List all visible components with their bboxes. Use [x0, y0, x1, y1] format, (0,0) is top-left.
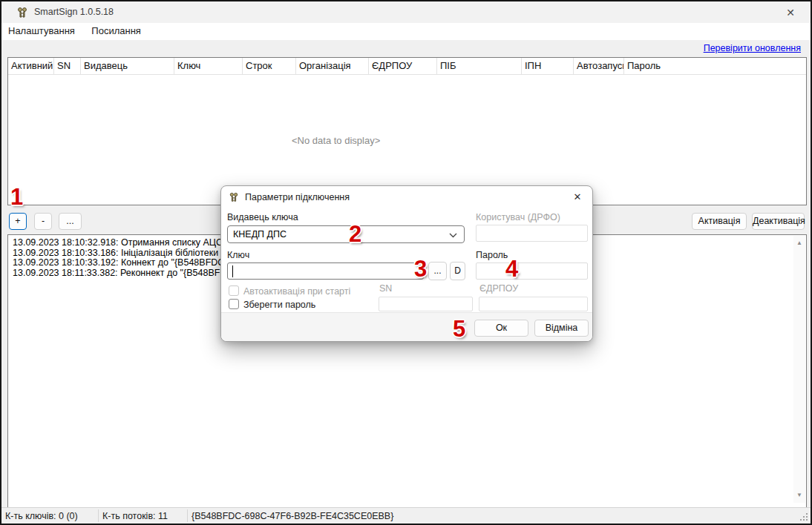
key-label: Ключ — [227, 250, 249, 260]
device-button[interactable]: D — [450, 262, 465, 280]
cancel-button[interactable]: Відміна — [534, 320, 589, 337]
log-scrollbar[interactable]: ▲ ▼ — [793, 236, 805, 503]
dialog-footer: Ок Відміна — [221, 312, 592, 341]
keys-grid: Активний SN Видавець Ключ Строк Організа… — [7, 57, 807, 205]
grid-column-active[interactable]: Активний — [8, 58, 54, 74]
check-updates-link[interactable]: Перевірити оновлення — [704, 43, 801, 53]
annotation-mark-3: 3 — [414, 256, 427, 283]
activate-button[interactable]: Активація — [692, 213, 747, 230]
deactivate-button[interactable]: Деактивація — [752, 213, 805, 230]
annotation-mark-5: 5 — [453, 316, 465, 343]
autostart-checkbox — [229, 285, 239, 296]
ok-button[interactable]: Ок — [474, 320, 528, 337]
grid-empty-text: <No data to display> — [292, 135, 380, 146]
edrpou-label: ЄДРПОУ — [479, 283, 518, 294]
grid-column-sn[interactable]: SN — [54, 58, 81, 74]
status-bar: К-ть ключів: 0 (0) К-ть потоків: 11 {B54… — [1, 507, 811, 524]
grid-column-term[interactable]: Строк — [243, 58, 296, 74]
status-guid: {B548BFDC-698C-47F6-B92B-FE4C35CE0EBB} — [191, 511, 393, 521]
close-icon[interactable]: ✕ — [779, 4, 802, 21]
menu-bar: Налаштування Посилання — [1, 23, 811, 40]
window-title: SmartSign 1.0.5.18 — [34, 7, 114, 17]
key-path-field[interactable] — [227, 262, 424, 280]
edrpou-field — [479, 297, 588, 311]
status-divider — [187, 509, 188, 522]
save-password-label: Зберегти пароль — [243, 300, 315, 310]
status-threads-count: К-ть потоків: 11 — [102, 511, 168, 521]
password-label: Пароль — [476, 250, 508, 260]
grid-column-key[interactable]: Ключ — [174, 58, 243, 74]
dialog-title: Параметри підключення — [245, 192, 350, 202]
issuer-selected-value: КНЕДП ДПС — [233, 229, 287, 240]
annotation-mark-2: 2 — [349, 221, 361, 248]
log-line: 13.09.2023 18:10:32.918: Отримання списк… — [13, 238, 249, 248]
scroll-down-icon[interactable]: ▼ — [793, 489, 805, 501]
grid-column-ipn[interactable]: ІПН — [522, 58, 574, 74]
text-caret — [232, 265, 233, 277]
log-line: 13.09.2023 18:11:33.382: Реконнект до "{… — [13, 268, 249, 279]
log-line: 13.09.2023 18:10:33.192: Коннект до "{B5… — [13, 258, 249, 268]
autostart-label: Автоактивація при старті — [243, 286, 350, 297]
grid-column-organization[interactable]: Організація — [296, 58, 369, 74]
smartsign-window: SmartSign 1.0.5.18 ✕ Налаштування Посила… — [0, 0, 812, 525]
password-field[interactable] — [476, 262, 588, 280]
title-bar: SmartSign 1.0.5.18 ✕ — [1, 1, 811, 23]
grid-column-issuer[interactable]: Видавець — [81, 58, 174, 74]
app-keys-icon — [16, 7, 28, 19]
menu-item-links[interactable]: Посилання — [85, 23, 148, 39]
resize-grip[interactable] — [799, 512, 808, 521]
grid-column-pib[interactable]: ПІБ — [437, 58, 522, 74]
log-line: 13.09.2023 18:10:33.186: Ініціалізація б… — [13, 248, 249, 259]
status-keys-count: К-ть ключів: 0 (0) — [5, 511, 78, 521]
issuer-label: Видавець ключа — [227, 212, 298, 222]
scroll-up-icon[interactable]: ▲ — [793, 237, 805, 249]
log-lines: 13.09.2023 18:10:32.918: Отримання списк… — [13, 238, 249, 278]
sn-field — [379, 297, 473, 311]
sn-label: SN — [379, 283, 392, 294]
grid-column-edrpou[interactable]: ЄДРПОУ — [369, 58, 437, 74]
browse-key-button[interactable]: ... — [428, 262, 447, 280]
add-key-button[interactable]: + — [9, 213, 27, 230]
grid-column-autostart[interactable]: Автозапуск — [574, 58, 624, 74]
connection-params-dialog: Параметри підключення ✕ Видавець ключа К… — [220, 185, 593, 342]
save-password-checkbox[interactable] — [229, 299, 239, 309]
annotation-mark-4: 4 — [505, 256, 518, 283]
user-drfo-label: Користувач (ДРФО) — [476, 212, 560, 222]
remove-key-button[interactable]: - — [34, 213, 52, 230]
chevron-down-icon — [449, 233, 457, 238]
menu-item-settings[interactable]: Налаштування — [1, 23, 82, 39]
annotation-mark-1: 1 — [10, 184, 23, 211]
dialog-close-icon[interactable]: ✕ — [570, 191, 585, 204]
more-button[interactable]: ... — [59, 213, 82, 230]
dialog-keys-icon — [229, 192, 239, 202]
grid-header-row: Активний SN Видавець Ключ Строк Організа… — [8, 58, 806, 75]
grid-column-password[interactable]: Пароль — [624, 58, 806, 74]
issuer-select[interactable]: КНЕДП ДПС — [227, 225, 465, 243]
status-divider — [98, 509, 99, 522]
user-drfo-field — [476, 225, 588, 242]
